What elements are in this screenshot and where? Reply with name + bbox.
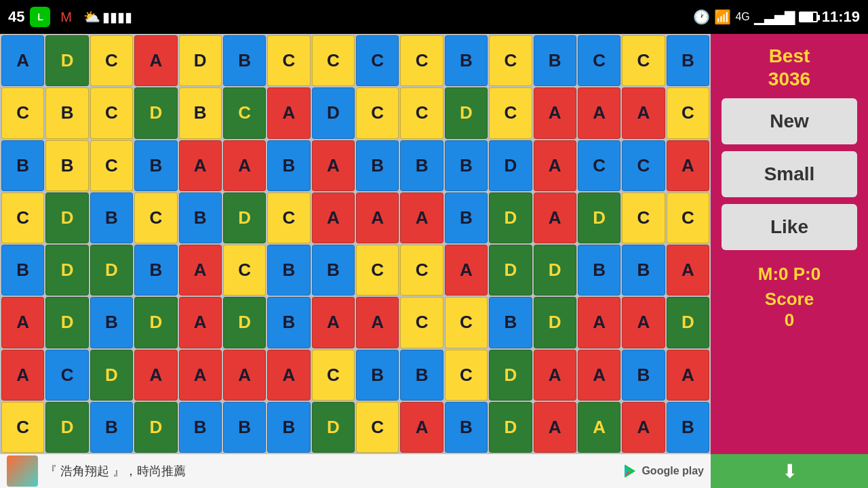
cell-r3-c0[interactable]: C — [1, 192, 44, 243]
cell-r0-c11[interactable]: C — [489, 35, 532, 86]
cell-r7-c1[interactable]: D — [45, 402, 88, 453]
cell-r3-c14[interactable]: C — [622, 192, 665, 243]
cell-r5-c13[interactable]: A — [578, 297, 620, 348]
cell-r5-c1[interactable]: D — [45, 297, 88, 348]
cell-r1-c12[interactable]: A — [534, 87, 576, 138]
cell-r1-c7[interactable]: D — [312, 87, 355, 138]
cell-r5-c3[interactable]: D — [134, 297, 177, 348]
cell-r5-c14[interactable]: A — [622, 297, 665, 348]
cell-r4-c4[interactable]: A — [179, 245, 222, 296]
cell-r0-c9[interactable]: C — [400, 35, 443, 86]
cell-r2-c5[interactable]: A — [223, 140, 266, 191]
cell-r6-c4[interactable]: A — [179, 350, 222, 401]
cell-r1-c13[interactable]: A — [578, 87, 620, 138]
cell-r6-c11[interactable]: D — [489, 350, 532, 401]
cell-r6-c2[interactable]: D — [90, 350, 133, 401]
new-button[interactable]: New — [722, 98, 857, 144]
cell-r1-c5[interactable]: C — [223, 87, 266, 138]
cell-r6-c1[interactable]: C — [45, 350, 88, 401]
cell-r2-c3[interactable]: B — [134, 140, 177, 191]
cell-r1-c1[interactable]: B — [45, 87, 88, 138]
cell-r5-c12[interactable]: D — [534, 297, 576, 348]
cell-r7-c0[interactable]: C — [1, 402, 44, 453]
cell-r1-c3[interactable]: D — [134, 87, 177, 138]
cell-r0-c6[interactable]: C — [267, 35, 310, 86]
cell-r7-c9[interactable]: A — [400, 402, 443, 453]
cell-r1-c6[interactable]: A — [267, 87, 310, 138]
like-button[interactable]: Like — [722, 204, 857, 250]
cell-r4-c15[interactable]: A — [667, 245, 709, 296]
cell-r6-c12[interactable]: A — [534, 350, 576, 401]
cell-r4-c8[interactable]: C — [356, 245, 399, 296]
cell-r5-c7[interactable]: A — [312, 297, 355, 348]
cell-r1-c8[interactable]: C — [356, 87, 399, 138]
cell-r5-c6[interactable]: B — [267, 297, 310, 348]
cell-r6-c13[interactable]: A — [578, 350, 620, 401]
cell-r7-c14[interactable]: A — [622, 402, 665, 453]
cell-r6-c0[interactable]: A — [1, 350, 44, 401]
cell-r2-c1[interactable]: B — [45, 140, 88, 191]
cell-r7-c8[interactable]: C — [356, 402, 399, 453]
cell-r5-c0[interactable]: A — [1, 297, 44, 348]
cell-r0-c15[interactable]: B — [667, 35, 709, 86]
cell-r2-c13[interactable]: C — [578, 140, 620, 191]
cell-r0-c7[interactable]: C — [312, 35, 355, 86]
cell-r2-c9[interactable]: B — [400, 140, 443, 191]
cell-r2-c11[interactable]: D — [489, 140, 532, 191]
cell-r0-c1[interactable]: D — [45, 35, 88, 86]
cell-r5-c8[interactable]: A — [356, 297, 399, 348]
cell-r0-c13[interactable]: C — [578, 35, 620, 86]
cell-r2-c14[interactable]: C — [622, 140, 665, 191]
cell-r7-c6[interactable]: B — [267, 402, 310, 453]
cell-r1-c0[interactable]: C — [1, 87, 44, 138]
cell-r0-c2[interactable]: C — [90, 35, 133, 86]
cell-r1-c9[interactable]: C — [400, 87, 443, 138]
cell-r7-c7[interactable]: D — [312, 402, 355, 453]
cell-r0-c12[interactable]: B — [534, 35, 576, 86]
cell-r3-c12[interactable]: A — [534, 192, 576, 243]
cell-r6-c8[interactable]: B — [356, 350, 399, 401]
cell-r2-c10[interactable]: B — [445, 140, 488, 191]
cell-r0-c0[interactable]: A — [1, 35, 44, 86]
cell-r3-c1[interactable]: D — [45, 192, 88, 243]
cell-r6-c6[interactable]: A — [267, 350, 310, 401]
cell-r7-c11[interactable]: D — [489, 402, 532, 453]
cell-r3-c8[interactable]: A — [356, 192, 399, 243]
cell-r3-c3[interactable]: C — [134, 192, 177, 243]
cell-r0-c3[interactable]: A — [134, 35, 177, 86]
cell-r6-c15[interactable]: A — [667, 350, 709, 401]
cell-r0-c14[interactable]: C — [622, 35, 665, 86]
cell-r6-c5[interactable]: A — [223, 350, 266, 401]
cell-r5-c11[interactable]: B — [489, 297, 532, 348]
cell-r4-c14[interactable]: B — [622, 245, 665, 296]
cell-r7-c4[interactable]: B — [179, 402, 222, 453]
cell-r7-c12[interactable]: A — [534, 402, 576, 453]
cell-r5-c5[interactable]: D — [223, 297, 266, 348]
cell-r2-c8[interactable]: B — [356, 140, 399, 191]
cell-r4-c0[interactable]: B — [1, 245, 44, 296]
cell-r2-c7[interactable]: A — [312, 140, 355, 191]
google-play-button[interactable]: Google play — [623, 463, 704, 479]
cell-r5-c9[interactable]: C — [400, 297, 443, 348]
cell-r2-c0[interactable]: B — [1, 140, 44, 191]
cell-r3-c7[interactable]: A — [312, 192, 355, 243]
cell-r5-c10[interactable]: C — [445, 297, 488, 348]
cell-r4-c7[interactable]: B — [312, 245, 355, 296]
cell-r2-c2[interactable]: C — [90, 140, 133, 191]
cell-r4-c12[interactable]: D — [534, 245, 576, 296]
cell-r4-c1[interactable]: D — [45, 245, 88, 296]
cell-r3-c9[interactable]: A — [400, 192, 443, 243]
cell-r1-c4[interactable]: B — [179, 87, 222, 138]
cell-r0-c10[interactable]: B — [445, 35, 488, 86]
cell-r4-c9[interactable]: C — [400, 245, 443, 296]
cell-r0-c5[interactable]: B — [223, 35, 266, 86]
cell-r1-c2[interactable]: C — [90, 87, 133, 138]
cell-r5-c15[interactable]: D — [667, 297, 709, 348]
cell-r2-c12[interactable]: A — [534, 140, 576, 191]
cell-r2-c4[interactable]: A — [179, 140, 222, 191]
cell-r5-c2[interactable]: B — [90, 297, 133, 348]
cell-r1-c14[interactable]: A — [622, 87, 665, 138]
cell-r3-c5[interactable]: D — [223, 192, 266, 243]
cell-r1-c11[interactable]: C — [489, 87, 532, 138]
cell-r6-c3[interactable]: A — [134, 350, 177, 401]
